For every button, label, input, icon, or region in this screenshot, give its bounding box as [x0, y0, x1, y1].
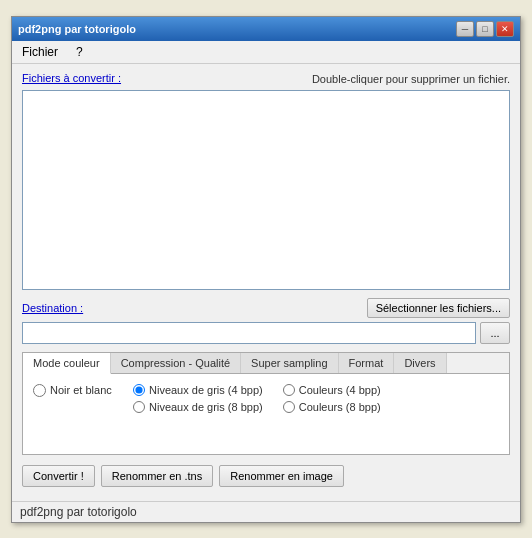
radio-item-gris4: Niveaux de gris (4 bpp) — [133, 384, 263, 396]
tab-format[interactable]: Format — [339, 353, 395, 373]
files-label: Fichiers à convertir : — [22, 72, 121, 84]
label-niveaux-gris-4: Niveaux de gris (4 bpp) — [149, 384, 263, 396]
tab-super-sampling[interactable]: Super sampling — [241, 353, 338, 373]
close-button[interactable]: ✕ — [496, 21, 514, 37]
destination-input[interactable] — [22, 322, 476, 344]
row-gris8-couleurs8: Niveaux de gris (8 bpp) Couleurs (8 bpp) — [133, 401, 381, 413]
tabs-container: Mode couleur Compression - Qualité Super… — [22, 352, 510, 455]
status-bar: pdf2png par totorigolo — [12, 501, 520, 522]
menu-help[interactable]: ? — [72, 43, 87, 61]
tab-content-mode-couleur: Noir et blanc Niveaux de gris (4 bpp) Co… — [23, 374, 509, 454]
radio-item-couleurs8: Couleurs (8 bpp) — [283, 401, 381, 413]
minimize-button[interactable]: ─ — [456, 21, 474, 37]
label-couleurs-8: Couleurs (8 bpp) — [299, 401, 381, 413]
main-window: pdf2png par totorigolo ─ □ ✕ Fichier ? F… — [11, 16, 521, 523]
radio-item-gris8: Niveaux de gris (8 bpp) — [133, 401, 263, 413]
tab-mode-couleur[interactable]: Mode couleur — [23, 353, 111, 374]
tab-compression[interactable]: Compression - Qualité — [111, 353, 241, 373]
title-bar-controls: ─ □ ✕ — [456, 21, 514, 37]
title-bar: pdf2png par totorigolo ─ □ ✕ — [12, 17, 520, 41]
double-click-hint: Double-cliquer pour supprimer un fichier… — [312, 73, 510, 85]
label-couleurs-4: Couleurs (4 bpp) — [299, 384, 381, 396]
col-noir-blanc: Noir et blanc — [33, 384, 133, 397]
destination-label: Destination : — [22, 302, 83, 314]
radio-niveaux-gris-8[interactable] — [133, 401, 145, 413]
radio-couleurs-4[interactable] — [283, 384, 295, 396]
select-files-button[interactable]: Sélectionner les fichiers... — [367, 298, 510, 318]
destination-row: Destination : Sélectionner les fichiers.… — [22, 298, 510, 318]
menu-fichier[interactable]: Fichier — [18, 43, 62, 61]
files-header: Fichiers à convertir : Double-cliquer po… — [22, 72, 510, 86]
destination-input-row: ... — [22, 322, 510, 344]
menu-bar: Fichier ? — [12, 41, 520, 64]
rename-tns-button[interactable]: Renommer en .tns — [101, 465, 213, 487]
col-rest: Niveaux de gris (4 bpp) Couleurs (4 bpp)… — [133, 384, 381, 413]
radio-niveaux-gris-4[interactable] — [133, 384, 145, 396]
radio-couleurs-8[interactable] — [283, 401, 295, 413]
maximize-button[interactable]: □ — [476, 21, 494, 37]
tabs-header: Mode couleur Compression - Qualité Super… — [23, 353, 509, 374]
rename-image-button[interactable]: Renommer en image — [219, 465, 344, 487]
label-noir-blanc: Noir et blanc — [50, 384, 112, 396]
tab-divers[interactable]: Divers — [394, 353, 446, 373]
window-title: pdf2png par totorigolo — [18, 23, 456, 35]
radio-item-couleurs4: Couleurs (4 bpp) — [283, 384, 381, 396]
content-area: Fichiers à convertir : Double-cliquer po… — [12, 64, 520, 501]
files-list[interactable] — [22, 90, 510, 290]
label-niveaux-gris-8: Niveaux de gris (8 bpp) — [149, 401, 263, 413]
browse-button[interactable]: ... — [480, 322, 510, 344]
convert-button[interactable]: Convertir ! — [22, 465, 95, 487]
radio-noir-blanc[interactable] — [33, 384, 46, 397]
status-text: pdf2png par totorigolo — [20, 505, 137, 519]
row-gris4-couleurs4: Niveaux de gris (4 bpp) Couleurs (4 bpp) — [133, 384, 381, 396]
action-buttons-row: Convertir ! Renommer en .tns Renommer en… — [22, 465, 510, 487]
radio-options-row: Noir et blanc Niveaux de gris (4 bpp) Co… — [33, 384, 499, 413]
